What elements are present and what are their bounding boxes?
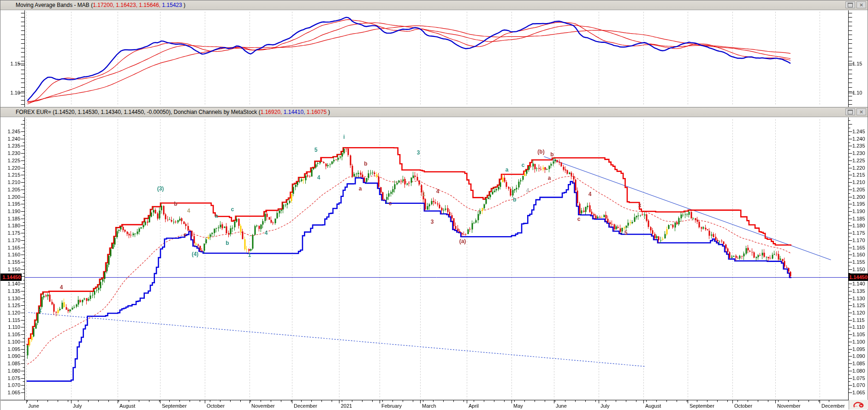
y-axis-label: 1.080: [852, 368, 868, 374]
y-axis-label: 1.105: [852, 332, 868, 338]
y-axis-label: 1.140: [0, 281, 20, 287]
y-axis-label: 1.195: [0, 201, 20, 207]
wave-annotation: c: [522, 162, 525, 168]
wave-annotation: c: [389, 200, 392, 207]
mab-title: Moving Average Bands - MAB (1.17200, 1.1…: [0, 2, 185, 8]
y-axis-label: 1.175: [0, 230, 20, 236]
x-axis-month-label: December: [294, 403, 317, 409]
title-part: 1.15423: [162, 2, 182, 8]
y-axis-label: 1.095: [0, 346, 20, 352]
y-axis-label: 1.065: [852, 390, 868, 396]
y-axis-label: 1.170: [852, 238, 868, 244]
x-axis-month-label: October: [734, 403, 752, 409]
wave-annotation: 1: [422, 191, 426, 197]
wave-annotation: 4: [265, 230, 268, 236]
x-axis-month-label: February: [381, 403, 402, 409]
title-part: ): [328, 109, 330, 115]
wave-annotation: 4: [589, 191, 592, 197]
x-axis-month-label: June: [28, 403, 39, 409]
wave-annotation: (a): [459, 238, 466, 244]
wave-annotation: b: [364, 160, 367, 167]
maximize-button[interactable]: [845, 108, 855, 115]
title-part: ): [182, 2, 185, 8]
price-chart-canvas[interactable]: [0, 117, 868, 410]
y-axis-label: 1.100: [852, 339, 868, 345]
y-axis-label: 1.155: [852, 259, 868, 265]
y-axis-label: 1.220: [852, 165, 868, 171]
forex-window: FOREX EUR= (1.14520, 1.14530, 1.14340, 1…: [0, 107, 868, 410]
y-axis-label: 1.15: [852, 61, 868, 67]
mab-window: Moving Average Bands - MAB (1.17200, 1.1…: [0, 0, 868, 107]
wave-annotation: b: [174, 201, 177, 207]
wave-annotation: (3): [157, 185, 164, 192]
y-axis-label: 1.085: [852, 361, 868, 367]
last-price-badge: 1.14450: [848, 273, 868, 281]
y-axis-label: 1.105: [0, 332, 20, 338]
y-axis-label: 1.125: [852, 303, 868, 309]
y-axis-label: 1.130: [852, 296, 868, 302]
x-axis-month-label: November: [777, 403, 801, 409]
close-icon: ×: [860, 2, 863, 7]
y-axis-label: 1.240: [852, 136, 868, 142]
y-axis-label: 1.190: [0, 208, 20, 214]
metastock-logo-button[interactable]: [849, 400, 868, 410]
y-axis-label: 1.135: [852, 288, 868, 294]
x-axis-month-label: September: [690, 403, 714, 409]
wave-annotation: 4: [436, 188, 440, 195]
y-axis-label: 1.120: [0, 310, 20, 316]
wave-annotation: (4): [192, 251, 199, 257]
wave-annotation: b: [513, 196, 516, 203]
x-axis-month-label: 2021: [341, 403, 352, 409]
x-axis-month-label: December: [821, 403, 845, 409]
y-axis-label: 1.225: [852, 158, 868, 164]
y-axis-label: 1.165: [0, 245, 20, 251]
x-axis-month-label: May: [513, 403, 523, 409]
forex-titlebar[interactable]: FOREX EUR= (1.14520, 1.14530, 1.14340, 1…: [0, 107, 868, 117]
x-axis-month-label: August: [119, 403, 135, 409]
wave-annotation: (b): [537, 149, 544, 155]
y-axis-label: 1.180: [852, 223, 868, 229]
y-axis-label: 1.205: [852, 187, 868, 193]
y-axis-label: 1.235: [0, 143, 20, 149]
x-axis-month-label: June: [556, 403, 567, 409]
y-axis-label: 1.215: [852, 172, 868, 178]
mab-chart-canvas[interactable]: [0, 10, 868, 107]
wave-annotation: 4: [60, 284, 63, 291]
y-axis-label: 1.135: [0, 288, 20, 294]
title-part: Moving Average Bands - MAB (: [16, 2, 93, 8]
x-axis-month-label: July: [73, 403, 82, 409]
y-axis-label: 1.190: [852, 208, 868, 214]
wave-annotation: c: [577, 216, 581, 222]
y-axis-label: 1.240: [0, 136, 20, 142]
y-axis-label: 1.230: [852, 150, 868, 156]
y-axis-label: 1.080: [0, 368, 20, 374]
close-button[interactable]: ×: [856, 108, 866, 115]
y-axis-label: 1.165: [852, 245, 868, 251]
y-axis-label: 1.100: [0, 339, 20, 345]
close-icon: ×: [860, 109, 863, 114]
wave-annotation: 1: [248, 252, 251, 258]
y-axis-label: 1.095: [852, 346, 868, 352]
metastock-workspace: Moving Average Bands - MAB (1.17200, 1.1…: [0, 0, 868, 410]
maximize-button[interactable]: [845, 1, 855, 8]
metastock-logo-icon: [852, 401, 865, 409]
y-axis-label: 1.245: [0, 129, 20, 135]
wave-annotation: i: [343, 134, 345, 140]
y-axis-label: 1.205: [0, 187, 20, 193]
wave-annotation: a: [359, 185, 362, 192]
price-chart-area: 1.2451.2451.2401.2401.2351.2351.2301.230…: [0, 117, 868, 410]
close-button[interactable]: ×: [856, 1, 866, 8]
x-axis-month-label: July: [600, 403, 610, 409]
y-axis-label: 1.10: [0, 90, 20, 96]
y-axis-label: 1.220: [0, 165, 20, 171]
title-part: FOREX EUR= (1.14520, 1.14530, 1.14340, 1…: [16, 109, 261, 115]
mab-titlebar[interactable]: Moving Average Bands - MAB (1.17200, 1.1…: [0, 0, 868, 10]
maximize-icon: [848, 3, 853, 7]
y-axis-label: 1.120: [852, 310, 868, 316]
y-axis-label: 1.150: [852, 267, 868, 273]
y-axis-label: 1.075: [852, 375, 868, 381]
y-axis-label: 1.115: [0, 317, 20, 323]
y-axis-label: 1.065: [0, 390, 20, 396]
y-axis-label: 1.160: [0, 252, 20, 258]
y-axis-label: 1.115: [852, 317, 868, 323]
